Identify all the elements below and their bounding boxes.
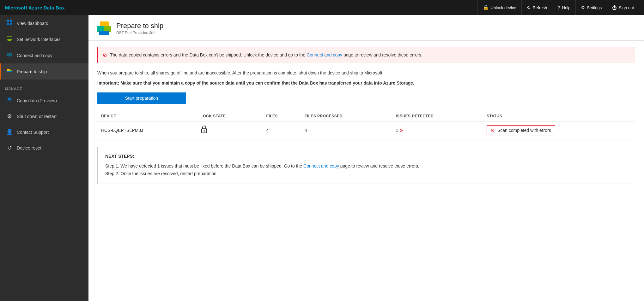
unlock-device-button[interactable]: 🔓 Unlock device bbox=[477, 0, 521, 15]
main-layout: View dashboard Set network interfaces bbox=[0, 15, 644, 301]
svg-rect-6 bbox=[8, 40, 11, 41]
svg-rect-16 bbox=[8, 101, 10, 101]
sidebar-item-copy-data[interactable]: Copy data (Preview) bbox=[0, 92, 88, 109]
sidebar-label-network: Set network interfaces bbox=[17, 37, 61, 42]
status-box: ⊘ Scan completed with errors bbox=[487, 125, 555, 135]
app-title: Microsoft Azure Data Box bbox=[5, 5, 65, 10]
svg-rect-4 bbox=[7, 36, 12, 39]
unlock-icon: 🔓 bbox=[483, 5, 489, 10]
restart-icon: ⚙ bbox=[6, 113, 13, 120]
error-banner-link[interactable]: Connect and copy bbox=[307, 52, 342, 57]
lock-state-cell bbox=[197, 121, 263, 139]
next-steps-text: Step 1. We have detected 1 issues that m… bbox=[105, 162, 627, 178]
sidebar-item-connect-copy[interactable]: Connect and copy bbox=[0, 47, 88, 63]
error-banner-text: The data copied contains errors and the … bbox=[110, 52, 422, 58]
page-header-text: Prepare to ship DST Pod Provision Job bbox=[116, 22, 163, 35]
sidebar-label-prepare: Prepare to ship bbox=[17, 69, 47, 74]
sidebar: View dashboard Set network interfaces bbox=[0, 15, 88, 301]
svg-rect-14 bbox=[8, 98, 11, 99]
refresh-button[interactable]: ↻ Refresh bbox=[521, 0, 552, 15]
support-icon: 👤 bbox=[6, 129, 13, 136]
sidebar-label-support: Contact Support bbox=[17, 130, 49, 135]
settings-button[interactable]: ⚙ Settings bbox=[575, 0, 607, 15]
col-lock-state: LOCK STATE bbox=[197, 111, 263, 121]
sidebar-divider bbox=[0, 81, 88, 81]
svg-rect-3 bbox=[10, 23, 12, 25]
settings-icon: ⚙ bbox=[581, 5, 585, 10]
ship-icon bbox=[6, 68, 13, 75]
svg-rect-2 bbox=[7, 23, 9, 25]
sidebar-label-reset: Device reset bbox=[17, 145, 41, 150]
table-header-row: DEVICE LOCK STATE FILES FILES PROCESSED … bbox=[97, 111, 635, 121]
status-error-icon: ⊘ bbox=[491, 127, 495, 133]
sidebar-label-shutdown: Shut down or restart bbox=[17, 114, 57, 119]
files-count: 4 bbox=[263, 121, 301, 139]
device-name: HCS-6QEPTSLPM3J bbox=[97, 121, 197, 139]
sidebar-item-shutdown[interactable]: ⚙ Shut down or restart bbox=[0, 109, 88, 124]
sidebar-item-view-dashboard[interactable]: View dashboard bbox=[0, 15, 88, 31]
copy-icon bbox=[6, 52, 13, 59]
next-steps-title: NEXT STEPS: bbox=[105, 154, 627, 159]
sidebar-label-copydata: Copy data (Preview) bbox=[17, 98, 57, 103]
issues-detected-cell: 1 ⊘ bbox=[392, 121, 483, 139]
help-button[interactable]: ? Help bbox=[552, 0, 575, 15]
svg-rect-15 bbox=[8, 99, 11, 100]
col-status: STATUS bbox=[483, 111, 635, 121]
svg-rect-0 bbox=[7, 20, 9, 22]
sidebar-label-connect: Connect and copy bbox=[17, 53, 52, 58]
page-header-icon bbox=[97, 21, 111, 35]
error-banner: ⊘ The data copied contains errors and th… bbox=[97, 47, 635, 63]
description-line1: When you prepare to ship, all shares go … bbox=[97, 69, 635, 76]
topbar-actions: 🔓 Unlock device ↻ Refresh ? Help ⚙ Setti… bbox=[477, 0, 639, 15]
device-table: DEVICE LOCK STATE FILES FILES PROCESSED … bbox=[97, 111, 635, 139]
svg-point-18 bbox=[204, 130, 205, 132]
next-steps-link[interactable]: Connect and copy bbox=[303, 163, 339, 168]
files-processed-count: 4 bbox=[301, 121, 392, 139]
help-icon: ? bbox=[557, 5, 560, 10]
col-files-processed: FILES PROCESSED bbox=[301, 111, 392, 121]
svg-rect-5 bbox=[8, 39, 11, 40]
grid-icon bbox=[6, 20, 13, 27]
description-line2: Important: Make sure that you maintain a… bbox=[97, 80, 635, 86]
next-steps-box: NEXT STEPS: Step 1. We have detected 1 i… bbox=[97, 147, 635, 184]
page-header: Prepare to ship DST Pod Provision Job bbox=[88, 15, 644, 41]
issues-error-icon: ⊘ bbox=[399, 128, 403, 133]
col-files: FILES bbox=[263, 111, 301, 121]
sidebar-item-prepare-ship[interactable]: Prepare to ship bbox=[0, 63, 88, 80]
topbar: Microsoft Azure Data Box 🔓 Unlock device… bbox=[0, 0, 644, 15]
reset-icon: ↺ bbox=[6, 145, 13, 151]
lock-icon bbox=[201, 128, 208, 135]
col-device: DEVICE bbox=[97, 111, 197, 121]
sidebar-item-contact-support[interactable]: 👤 Contact Support bbox=[0, 124, 88, 140]
svg-rect-1 bbox=[10, 20, 12, 22]
content-area: ⊘ The data copied contains errors and th… bbox=[88, 41, 644, 190]
main-content: Prepare to ship DST Pod Provision Job ⊘ … bbox=[88, 15, 644, 301]
sidebar-label-dashboard: View dashboard bbox=[17, 21, 48, 26]
status-cell: ⊘ Scan completed with errors bbox=[483, 121, 635, 139]
page-subtitle: DST Pod Provision Job bbox=[116, 31, 163, 35]
page-title: Prepare to ship bbox=[116, 22, 163, 30]
col-issues-detected: ISSUES DETECTED bbox=[392, 111, 483, 121]
network-icon bbox=[6, 36, 13, 43]
signout-button[interactable]: ⏻ Sign out bbox=[607, 0, 639, 15]
start-preparation-button[interactable]: Start preparation bbox=[97, 92, 186, 104]
sidebar-manage-label: MANAGE bbox=[0, 82, 88, 92]
data-icon bbox=[6, 97, 13, 104]
signout-icon: ⏻ bbox=[612, 5, 617, 10]
refresh-icon: ↻ bbox=[527, 5, 531, 10]
svg-rect-12 bbox=[7, 71, 12, 72]
error-banner-icon: ⊘ bbox=[103, 52, 107, 58]
sidebar-item-set-network[interactable]: Set network interfaces bbox=[0, 31, 88, 47]
sidebar-item-device-reset[interactable]: ↺ Device reset bbox=[0, 140, 88, 156]
status-text: Scan completed with errors bbox=[497, 128, 551, 133]
table-row: HCS-6QEPTSLPM3J 4 4 bbox=[97, 121, 635, 139]
